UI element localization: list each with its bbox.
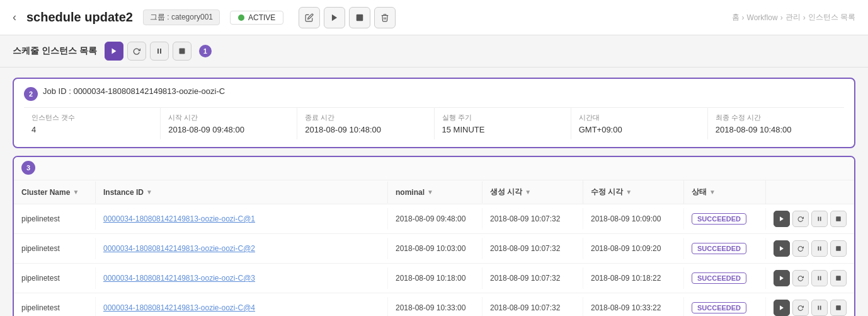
- td-cluster: pipelinetest: [14, 208, 96, 230]
- td-cluster: pipelinetest: [14, 297, 96, 316]
- td-modified: 2018-08-09 10:09:20: [583, 238, 684, 259]
- row-actions: [774, 240, 847, 257]
- td-created: 2018-08-09 10:07:32: [483, 208, 583, 230]
- td-created: 2018-08-09 10:07:32: [483, 238, 583, 259]
- delete-button[interactable]: [374, 7, 396, 28]
- page-title: schedule update2: [26, 10, 133, 25]
- info-value-count: 4: [31, 125, 152, 134]
- edit-button[interactable]: [299, 7, 320, 28]
- section-bar: 스케줄 인스턴스 목록 1: [0, 35, 868, 67]
- instance-refresh-button[interactable]: [127, 42, 146, 61]
- svg-marker-0: [332, 14, 337, 21]
- svg-rect-16: [820, 276, 821, 281]
- th-nominal: nominal ▼: [388, 182, 483, 203]
- th-created: 생성 시각 ▼: [483, 180, 583, 204]
- row-refresh-button[interactable]: [792, 270, 809, 286]
- info-value-modified: 2018-08-09 10:48:00: [716, 125, 837, 134]
- section-buttons: [105, 42, 191, 61]
- row-refresh-button[interactable]: [792, 211, 809, 227]
- td-actions: [766, 293, 854, 316]
- svg-marker-2: [111, 49, 116, 54]
- svg-rect-15: [818, 276, 819, 281]
- row-pause-button[interactable]: [811, 240, 828, 257]
- breadcrumb-sep2: ›: [780, 13, 783, 22]
- th-actions: [766, 186, 854, 199]
- instance-play-button[interactable]: [105, 42, 123, 61]
- row-pause-button[interactable]: [811, 270, 828, 286]
- breadcrumb: 홈 › Workflow › 관리 › 인스턴스 목록: [732, 12, 855, 23]
- svg-rect-7: [818, 217, 819, 221]
- td-instance: 0000034-180808142149813-oozie-oozi-C@4: [96, 297, 388, 316]
- row-actions: [774, 300, 847, 316]
- instance-link[interactable]: 0000034-180808142149813-oozie-oozi-C@3: [103, 274, 255, 283]
- row-pause-button[interactable]: [811, 300, 828, 316]
- status-badge-row: SUCCEEDED: [692, 302, 746, 313]
- breadcrumb-sep1: ›: [742, 13, 745, 22]
- svg-rect-12: [820, 247, 821, 251]
- td-cluster: pipelinetest: [14, 267, 96, 289]
- svg-rect-4: [160, 49, 161, 54]
- row-actions: [774, 211, 847, 227]
- row-stop-button[interactable]: [830, 240, 847, 257]
- td-status: SUCCEEDED: [684, 238, 766, 259]
- row-stop-button[interactable]: [830, 270, 847, 286]
- svg-rect-9: [836, 216, 841, 221]
- svg-rect-17: [836, 276, 841, 281]
- row-stop-button[interactable]: [830, 300, 847, 316]
- instance-link[interactable]: 0000034-180808142149813-oozie-oozi-C@1: [103, 214, 255, 223]
- instance-pause-button[interactable]: [150, 42, 169, 61]
- section-badge: 1: [199, 45, 212, 57]
- sort-nominal-icon[interactable]: ▼: [427, 189, 433, 196]
- td-nominal: 2018-08-09 10:18:00: [388, 267, 483, 289]
- row-play-button[interactable]: [774, 240, 790, 257]
- svg-marker-6: [780, 216, 784, 221]
- td-instance: 0000034-180808142149813-oozie-oozi-C@1: [96, 208, 388, 230]
- table-row: pipelinetest 0000034-180808142149813-ooz…: [14, 204, 854, 234]
- td-instance: 0000034-180808142149813-oozie-oozi-C@2: [96, 238, 388, 259]
- instance-link[interactable]: 0000034-180808142149813-oozie-oozi-C@4: [103, 303, 255, 312]
- td-cluster: pipelinetest: [14, 238, 96, 259]
- info-cell-count: 인스턴스 갯수 4: [24, 108, 161, 139]
- sort-cluster-icon[interactable]: ▼: [72, 189, 79, 196]
- job-id: Job ID : 0000034-180808142149813-oozie-o…: [43, 86, 225, 96]
- row-refresh-button[interactable]: [792, 300, 809, 316]
- td-created: 2018-08-09 10:07:32: [483, 267, 583, 289]
- instance-link[interactable]: 0000034-180808142149813-oozie-oozi-C@2: [103, 244, 255, 253]
- td-actions: [766, 204, 854, 233]
- toolbar: [299, 7, 396, 28]
- instance-stop-button[interactable]: [173, 42, 191, 61]
- info-label-count: 인스턴스 갯수: [31, 113, 152, 122]
- sort-created-icon[interactable]: ▼: [525, 189, 531, 196]
- row-play-button[interactable]: [774, 270, 790, 286]
- td-modified: 2018-08-09 10:33:22: [583, 297, 684, 316]
- info-cell-cycle: 실행 주기 15 MINUTE: [435, 108, 571, 139]
- th-status: 상태 ▼: [684, 180, 766, 204]
- table-body: pipelinetest 0000034-180808142149813-ooz…: [14, 204, 854, 316]
- sort-status-icon[interactable]: ▼: [709, 189, 716, 196]
- stop-button[interactable]: [349, 7, 370, 28]
- row-refresh-button[interactable]: [792, 240, 809, 257]
- td-status: SUCCEEDED: [684, 297, 766, 316]
- row-play-button[interactable]: [774, 300, 790, 316]
- sort-instance-icon[interactable]: ▼: [146, 189, 152, 196]
- td-nominal: 2018-08-09 10:33:00: [388, 297, 483, 316]
- row-pause-button[interactable]: [811, 211, 828, 227]
- info-label-modified: 최종 수정 시간: [716, 113, 837, 122]
- info-cell-modified: 최종 수정 시간 2018-08-09 10:48:00: [708, 108, 844, 139]
- svg-rect-21: [836, 305, 841, 310]
- table-row: pipelinetest 0000034-180808142149813-ooz…: [14, 234, 854, 264]
- status-badge-row: SUCCEEDED: [692, 272, 746, 284]
- svg-rect-13: [836, 246, 841, 251]
- table-header: Cluster Name ▼ Instance ID ▼ nominal ▼ 생…: [14, 180, 854, 204]
- back-button[interactable]: ‹: [13, 11, 16, 24]
- info-value-start: 2018-08-09 09:48:00: [168, 125, 289, 134]
- sort-modified-icon[interactable]: ▼: [625, 189, 632, 196]
- row-play-button[interactable]: [774, 211, 790, 227]
- status-dot: [238, 15, 244, 21]
- play-button[interactable]: [324, 7, 345, 28]
- svg-rect-19: [818, 306, 819, 310]
- svg-rect-5: [179, 49, 185, 54]
- row-stop-button[interactable]: [830, 211, 847, 227]
- table-row: pipelinetest 0000034-180808142149813-ooz…: [14, 293, 854, 316]
- td-created: 2018-08-09 10:07:32: [483, 297, 583, 316]
